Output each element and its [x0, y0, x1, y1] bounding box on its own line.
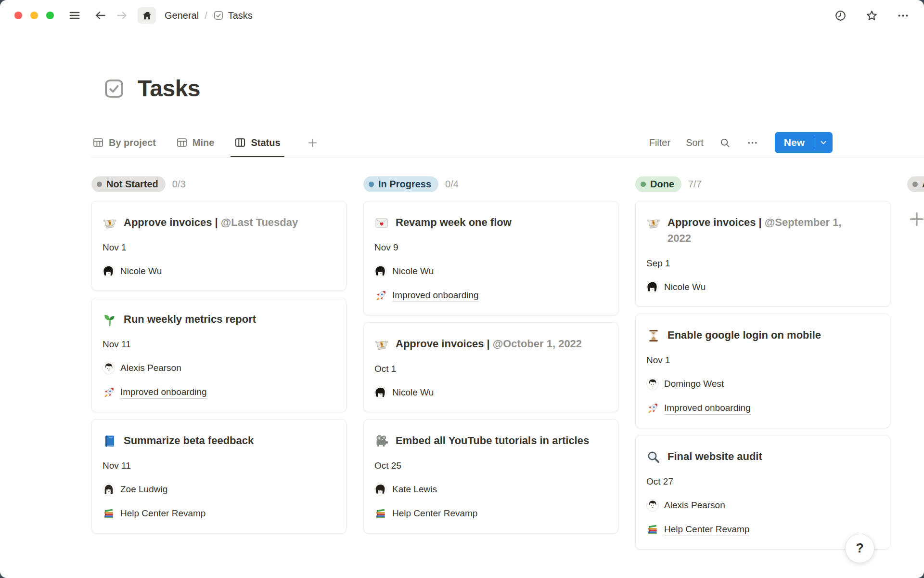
avatar [374, 265, 387, 277]
checkbox-icon [213, 10, 224, 21]
assignee-row: Nicole Wu [374, 386, 607, 399]
assignee-name: Nicole Wu [664, 282, 706, 292]
avatar [103, 265, 115, 277]
breadcrumb-tasks[interactable]: Tasks [209, 8, 257, 23]
back-icon[interactable] [94, 9, 107, 22]
page-title[interactable]: Tasks [103, 75, 924, 102]
money-with-wings-icon [374, 337, 389, 352]
task-title: Approve invoices | [124, 216, 221, 228]
project-link[interactable]: Help Center Revamp [646, 524, 879, 536]
seedling-icon [103, 313, 117, 327]
task-card[interactable]: Final website audit Oct 27 Alexis Pearso… [635, 435, 890, 550]
project-link[interactable]: Improved onboarding [103, 386, 335, 399]
table-view-icon [176, 137, 188, 148]
help-button[interactable]: ? [845, 534, 874, 563]
project-link[interactable]: Help Center Revamp [103, 508, 335, 520]
status-pill[interactable]: Done [635, 176, 681, 192]
status-pill[interactable]: In Progress [363, 176, 438, 192]
task-title-row: Enable google login on mobile [646, 327, 879, 343]
tab-status[interactable]: Status [233, 128, 281, 158]
project-link[interactable]: Improved onboarding [646, 402, 879, 415]
favorite-star-icon[interactable] [865, 9, 878, 22]
money-with-wings-icon [646, 216, 661, 230]
filter-button[interactable]: Filter [649, 137, 670, 148]
group-count: 7/7 [688, 179, 702, 190]
assignee-row: Alexis Pearson [646, 499, 879, 512]
new-dropdown-button[interactable] [814, 132, 833, 153]
tab-divider [91, 157, 924, 158]
chevron-down-icon [819, 138, 828, 147]
books-icon [374, 508, 387, 520]
close-button[interactable] [14, 12, 22, 19]
status-dot-icon [97, 182, 102, 187]
status-dot-icon [641, 182, 646, 187]
group-header: Not Started 0/3 [91, 175, 346, 193]
sort-button[interactable]: Sort [686, 137, 704, 148]
breadcrumb-separator: / [205, 10, 207, 21]
home-icon [141, 10, 153, 21]
task-title-row: Approve invoices | @October 1, 2022 [374, 336, 607, 352]
assignee-row: Zoe Ludwig [103, 483, 335, 496]
home-button[interactable] [138, 7, 156, 24]
assignee-row: Alexis Pearson [103, 362, 335, 374]
task-title: Approve invoices | [396, 338, 493, 350]
status-label: Not Started [106, 179, 158, 190]
board-group: A [907, 175, 924, 229]
view-options-icon[interactable] [746, 137, 758, 149]
task-card[interactable]: Summarize beta feedback Nov 11 Zoe Ludwi… [91, 419, 346, 534]
add-view-icon[interactable] [307, 137, 319, 149]
status-pill[interactable]: Not Started [91, 176, 166, 192]
project-link[interactable]: Improved onboarding [374, 289, 607, 302]
status-dot-icon [369, 182, 374, 187]
page-checkbox-icon [103, 78, 125, 100]
task-title: Summarize beta feedback [124, 434, 254, 447]
blue-book-icon [103, 434, 117, 448]
breadcrumb-tasks-label: Tasks [228, 10, 253, 21]
hourglass-icon [646, 328, 661, 343]
task-card[interactable]: Run weekly metrics report Nov 11 Alexis … [91, 298, 346, 412]
more-options-icon[interactable] [897, 9, 910, 22]
tab-by-project[interactable]: By project [91, 128, 157, 158]
task-title-row: Approve invoices | @September 1, 2022 [646, 214, 879, 246]
task-card[interactable]: Enable google login on mobile Nov 1 Domi… [635, 314, 890, 428]
tab-mine[interactable]: Mine [175, 128, 216, 158]
tab-label: Status [251, 137, 280, 148]
task-title: Final website audit [667, 450, 762, 462]
status-label: Done [650, 179, 674, 190]
new-button[interactable]: New [775, 132, 833, 153]
avatar [646, 378, 659, 390]
zoom-button[interactable] [46, 12, 54, 19]
task-card[interactable]: Approve invoices | @September 1, 2022 Se… [635, 201, 890, 307]
assignee-name: Nicole Wu [392, 266, 434, 276]
group-header: In Progress 0/4 [363, 175, 618, 193]
project-link[interactable]: Help Center Revamp [374, 508, 607, 520]
due-date: Nov 1 [646, 355, 879, 366]
task-card[interactable]: Approve invoices | @Last Tuesday Nov 1 N… [91, 201, 346, 291]
board-group: Not Started 0/3 Approve invoices | @Last… [91, 175, 346, 534]
tab-label: Mine [192, 137, 215, 148]
app-window: General / Tasks Tasks By project [0, 0, 924, 578]
minimize-button[interactable] [30, 12, 38, 19]
topbar-actions [834, 9, 910, 22]
forward-icon[interactable] [116, 9, 128, 22]
task-title: Revamp week one flow [396, 216, 512, 228]
task-card[interactable]: Approve invoices | @October 1, 2022 Oct … [363, 322, 618, 412]
new-button-label[interactable]: New [775, 132, 814, 153]
task-title-row: Run weekly metrics report [103, 311, 335, 327]
board: Not Started 0/3 Approve invoices | @Last… [0, 175, 924, 550]
add-card-button[interactable] [907, 210, 924, 229]
breadcrumb-general[interactable]: General [161, 8, 203, 23]
tab-label: By project [109, 137, 156, 148]
toolbar-actions: Filter Sort New [649, 132, 833, 153]
task-card[interactable]: Embed all YouTube tutorials in articles … [363, 419, 618, 534]
date-mention: @October 1, 2022 [493, 338, 582, 350]
sidebar-menu-icon[interactable] [68, 9, 81, 22]
task-card[interactable]: Revamp week one flow Nov 9 Nicole Wu Imp… [363, 201, 618, 315]
status-label: In Progress [378, 179, 431, 190]
group-cards: Revamp week one flow Nov 9 Nicole Wu Imp… [363, 201, 618, 534]
updates-clock-icon[interactable] [834, 9, 847, 22]
topbar: General / Tasks [0, 0, 924, 31]
status-pill[interactable]: A [907, 176, 924, 192]
search-icon[interactable] [719, 137, 731, 149]
page-title-text: Tasks [138, 75, 200, 102]
